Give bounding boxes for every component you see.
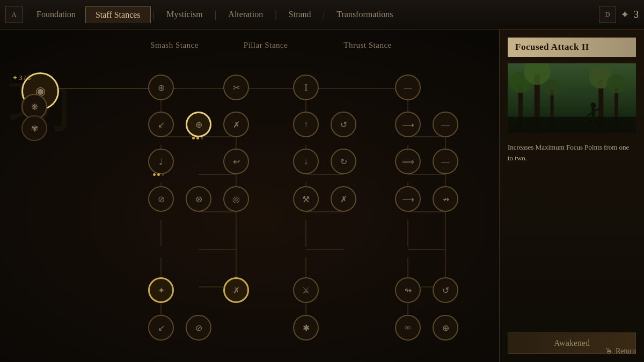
return-label: Return (616, 347, 636, 356)
smash-r3-r-icon: ↩ (233, 157, 240, 167)
connections-svg (43, 29, 499, 362)
smash-r5-l-icon: ✦ (158, 285, 165, 295)
svg-rect-58 (591, 107, 595, 122)
pillar-node-r3-b[interactable]: ↻ (331, 149, 356, 174)
smash-node-r6-l[interactable]: ↙ (148, 315, 174, 341)
thrust-r2-b-icon: — (441, 120, 450, 129)
smash-node-r3-r[interactable]: ↩ (223, 149, 249, 174)
svg-point-53 (544, 79, 560, 95)
thrust-node-r2-b[interactable]: — (433, 112, 458, 137)
pillar-r3-icon: ↓ (304, 157, 308, 166)
smash-node-r2-m[interactable]: ⊕ (186, 112, 211, 137)
smash-r6-l-icon: ↙ (158, 323, 165, 333)
nav-right-section: D ✦ 3 (599, 6, 639, 23)
skill-tree-area: Smash Stance Pillar Stance Thrust Stance (43, 29, 499, 362)
return-button[interactable]: 🖱 Return (605, 347, 636, 356)
thrust-node-r2[interactable]: ⟶ (395, 112, 421, 137)
smash-node-r1-r[interactable]: ✂ (223, 75, 249, 100)
pillar-node-r3[interactable]: ↓ (293, 149, 319, 174)
thrust-r3-b-icon: — (441, 157, 450, 166)
secondary-node-2-icon: ✾ (31, 123, 38, 134)
pillar-r2-icon: ↑ (304, 120, 308, 129)
dot-3 (201, 137, 203, 139)
smash-r4-r-icon: ◎ (232, 194, 240, 204)
nav-divider-1: | (151, 9, 157, 20)
thrust-node-r1[interactable]: — (395, 75, 421, 100)
pillar-node-r5[interactable]: ⚔ (293, 277, 319, 303)
smash-r1-r-icon: ✂ (233, 83, 240, 93)
pillar-node-r4-b[interactable]: ✗ (331, 186, 356, 212)
thrust-r6-icon: ∞ (405, 323, 411, 333)
smash-r4-l-icon: ⊘ (158, 194, 165, 204)
smash-r2-m-icon: ⊕ (195, 120, 202, 130)
smash-node-r2-r[interactable]: ✗ (223, 112, 249, 137)
smash-node-r3-l[interactable]: ♩ (148, 149, 174, 174)
nav-right-label: D (605, 11, 610, 19)
secondary-node-2[interactable]: ✾ (21, 115, 47, 141)
panel-image (508, 63, 636, 133)
thrust-node-r5[interactable]: ↬ (395, 277, 421, 303)
nav-left-button[interactable]: A (5, 6, 23, 23)
smash-node-r4-l[interactable]: ⊘ (148, 186, 174, 212)
currency-count: 3 (634, 9, 639, 20)
dot-r3-3 (162, 173, 164, 176)
nav-item-staff-stances[interactable]: Staff Stances (85, 6, 151, 23)
smash-node-r5-l[interactable]: ✦ (148, 277, 174, 303)
secondary-node-1-icon: ❋ (31, 102, 38, 112)
thrust-node-r6-b[interactable]: ⊕ (433, 315, 458, 341)
nav-item-foundation[interactable]: Foundation (27, 6, 85, 23)
thrust-node-r4[interactable]: ⟶ (395, 186, 421, 212)
thrust-r5-b-icon: ↺ (442, 285, 449, 295)
thrust-r6-b-icon: ⊕ (442, 323, 449, 333)
return-icon: 🖱 (605, 347, 612, 356)
smash-node-r6-m[interactable]: ⊘ (186, 315, 211, 341)
pillar-node-r4[interactable]: ⚒ (293, 186, 319, 212)
thrust-r1-icon: — (404, 83, 412, 92)
thrust-node-r4-b[interactable]: ↛ (433, 186, 458, 212)
nav-item-transformations[interactable]: Transformations (327, 6, 402, 23)
smash-node-r2-l[interactable]: ↙ (148, 112, 174, 137)
smash-stance-header: Smash Stance (142, 40, 207, 50)
thrust-node-r5-b[interactable]: ↺ (433, 277, 458, 303)
pillar-r2-b-icon: ↺ (340, 120, 347, 130)
pillar-node-r2-b[interactable]: ↺ (331, 112, 356, 137)
pillar-r6-icon: ✱ (303, 323, 310, 333)
panel-scene-svg (508, 63, 636, 133)
pillar-r4-icon: ⚒ (302, 194, 310, 204)
thrust-r3-icon: ⟹ (402, 157, 414, 167)
thrust-r4-icon: ⟶ (402, 194, 414, 204)
smash-node-r4-m[interactable]: ⊛ (186, 186, 211, 212)
pillar-node-r6[interactable]: ✱ (293, 315, 319, 341)
nav-item-alteration[interactable]: Alteration (218, 6, 273, 23)
panel-title-bar: Focused Attack II (508, 38, 636, 57)
pillar-r4-b-icon: ✗ (340, 194, 347, 204)
smash-node-r4-r[interactable]: ◎ (223, 186, 249, 212)
thrust-node-r3[interactable]: ⟹ (395, 149, 421, 174)
nav-divider-4: | (321, 9, 327, 20)
smash-r1-l-icon: ⊛ (158, 83, 165, 93)
nav-left-label: A (12, 11, 17, 19)
pillar-node-r1[interactable]: 𝕀 (293, 75, 319, 100)
smash-r2-r-icon: ✗ (233, 120, 240, 130)
thrust-r4-b-icon: ↛ (442, 194, 449, 204)
smash-dots-r3 (153, 173, 164, 176)
dot-r3-2 (157, 173, 160, 176)
pillar-r1-icon: 𝕀 (304, 83, 308, 93)
thrust-r5-icon: ↬ (405, 285, 412, 295)
nav-item-mysticism[interactable]: Mysticism (157, 6, 213, 23)
thrust-node-r3-b[interactable]: — (433, 149, 458, 174)
pillar-stance-header: Pillar Stance (233, 40, 298, 50)
main-content: 功 ◉ ✦ 3 / 3 ❋ ✾ (0, 29, 644, 362)
thrust-node-r6[interactable]: ∞ (395, 315, 421, 341)
navigation-bar: A Foundation Staff Stances | Mysticism |… (0, 0, 644, 29)
nav-right-button[interactable]: D (599, 6, 616, 23)
nav-divider-2: | (213, 9, 219, 20)
smash-node-r5-r[interactable]: ✗ (223, 277, 249, 303)
nav-item-strand[interactable]: Strand (279, 6, 321, 23)
dot-r3-1 (153, 173, 156, 176)
pillar-node-r2[interactable]: ↑ (293, 112, 319, 137)
left-sidebar: ◉ ✦ 3 / 3 ❋ ✾ (0, 29, 43, 362)
pillar-r5-icon: ⚔ (302, 285, 310, 295)
panel-description: Increases Maximum Focus Points from one … (508, 139, 636, 166)
smash-node-r1-l[interactable]: ⊛ (148, 75, 174, 100)
